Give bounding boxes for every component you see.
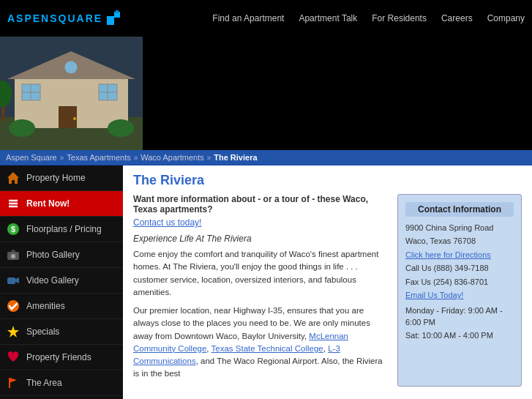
logo-text: ASPENSQUARE [7, 12, 102, 24]
contact-hours1: Monday - Friday: 9:00 AM - 6:00 PM [405, 305, 514, 328]
sidebar-item-specials[interactable]: Specials [0, 319, 123, 345]
logo-square: SQUARE [50, 12, 102, 24]
svg-marker-29 [11, 250, 15, 252]
sidebar-item-floorplans[interactable]: $ Floorplans / Pricing [0, 217, 123, 242]
sidebar-item-amenities[interactable]: Amenities [0, 294, 123, 319]
svg-marker-33 [7, 326, 19, 338]
hero-banner [0, 37, 532, 150]
svg-rect-30 [7, 277, 15, 284]
sidebar: Property Home Rent Now! $ Floorplans / P… [0, 165, 123, 399]
hero-image [0, 37, 143, 150]
content-subtitle: Want more information about - or a tour … [133, 194, 390, 215]
breadcrumb-waco[interactable]: Waco Apartments [141, 153, 203, 162]
breadcrumb-sep-1: » [60, 154, 64, 162]
sidebar-item-property-friends[interactable]: Property Friends [0, 345, 123, 370]
sidebar-label-photo-gallery: Photo Gallery [26, 250, 80, 260]
heart-icon [6, 350, 20, 365]
content-text: Want more information about - or a tour … [133, 194, 390, 387]
sidebar-item-rent-now[interactable]: Rent Now! [0, 191, 123, 217]
svg-point-16 [9, 119, 35, 137]
contact-box-title: Contact Information [405, 202, 514, 217]
contact-call: Call Us (888) 349-7188 [405, 263, 514, 274]
dollar-icon: $ [6, 222, 20, 236]
tstc-link[interactable]: Texas State Technical College [211, 344, 323, 353]
svg-rect-0 [107, 16, 114, 25]
svg-point-17 [108, 119, 134, 137]
sidebar-item-property-home[interactable]: Property Home [0, 165, 123, 191]
check-icon [6, 299, 20, 313]
camera-icon [6, 247, 20, 262]
breadcrumb: Aspen Square » Texas Apartments » Waco A… [0, 150, 532, 165]
page-title: The Riviera [133, 173, 522, 188]
breadcrumb-aspen[interactable]: Aspen Square [6, 153, 57, 162]
nav-residents[interactable]: For Residents [372, 13, 427, 23]
breadcrumb-sep-3: » [207, 154, 211, 162]
logo-aspen: ASPEN [7, 12, 50, 24]
svg-marker-35 [10, 378, 17, 383]
svg-point-28 [12, 255, 15, 258]
home-icon [6, 171, 20, 185]
nav-talk[interactable]: Apartment Talk [299, 13, 357, 23]
contact-address1: 9900 China Spring Road [405, 223, 514, 234]
sidebar-label-the-area: The Area [26, 378, 62, 388]
breadcrumb-current: The Riviera [214, 153, 257, 162]
main-layout: Property Home Rent Now! $ Floorplans / P… [0, 165, 532, 399]
main-nav: Find an Apartment Apartment Talk For Res… [212, 13, 525, 23]
contact-fax: Fax Us (254) 836-8701 [405, 277, 514, 288]
svg-rect-7 [59, 106, 77, 128]
directions-link[interactable]: Click here for Directions [405, 250, 491, 259]
sidebar-label-property-friends: Property Friends [26, 352, 91, 362]
contact-address2: Waco, Texas 76708 [405, 236, 514, 247]
nav-company[interactable]: Company [487, 13, 525, 23]
sidebar-label-video-gallery: Video Gallery [26, 275, 79, 286]
svg-marker-20 [7, 172, 19, 184]
svg-text:$: $ [11, 225, 15, 234]
sidebar-label-property-home: Property Home [26, 173, 86, 183]
star-icon [6, 324, 20, 339]
breadcrumb-sep-2: » [134, 154, 138, 162]
flag-icon [6, 376, 20, 390]
svg-marker-31 [15, 277, 19, 283]
nav-find[interactable]: Find an Apartment [212, 13, 284, 23]
sidebar-label-specials: Specials [26, 327, 59, 337]
content-body: Want more information about - or a tour … [133, 194, 522, 387]
contact-today-link[interactable]: Contact us today! [133, 217, 201, 228]
sidebar-item-video-gallery[interactable]: Video Gallery [0, 268, 123, 294]
experience-heading: Experience Life At The Riviera [133, 234, 390, 244]
contact-hours2: Sat: 10:00 AM - 4:00 PM [405, 330, 514, 341]
breadcrumb-texas[interactable]: Texas Apartments [67, 153, 130, 162]
content-area: The Riviera Want more information about … [123, 165, 532, 399]
sidebar-label-amenities: Amenities [26, 301, 65, 311]
header: ASPENSQUARE Find an Apartment Apartment … [0, 0, 532, 37]
sidebar-label-floorplans: Floorplans / Pricing [26, 224, 102, 234]
email-link[interactable]: Email Us Today! [405, 291, 463, 299]
video-icon [6, 273, 20, 288]
logo: ASPENSQUARE [7, 10, 121, 26]
content-para-2: Our premier location, near Highway I-35,… [133, 305, 390, 381]
svg-point-8 [73, 117, 76, 120]
contact-directions: Click here for Directions [405, 250, 514, 261]
svg-point-15 [64, 60, 78, 75]
contact-email: Email Us Today! [405, 290, 514, 301]
svg-rect-2 [116, 10, 119, 13]
sidebar-item-link-to-us[interactable]: Link To Us [0, 396, 123, 399]
sidebar-item-the-area[interactable]: The Area [0, 370, 123, 396]
logo-icon [105, 10, 121, 26]
rent-icon [6, 196, 20, 211]
nav-careers[interactable]: Careers [441, 13, 473, 23]
sidebar-item-photo-gallery[interactable]: Photo Gallery [0, 242, 123, 268]
sidebar-label-rent-now: Rent Now! [26, 198, 70, 209]
content-para-1: Come enjoy the comfort and tranquility o… [133, 248, 390, 299]
contact-info-box: Contact Information 9900 China Spring Ro… [397, 194, 522, 387]
